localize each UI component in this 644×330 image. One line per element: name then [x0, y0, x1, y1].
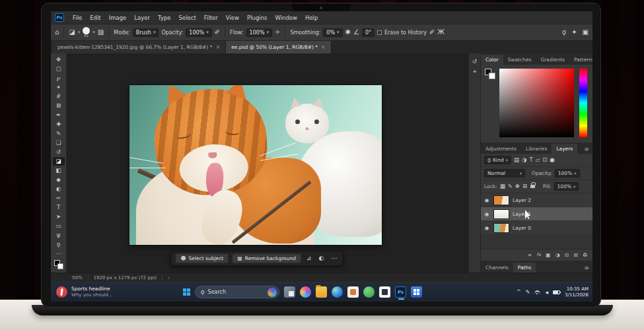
filter-shape-layers-icon[interactable]: ▱ [536, 157, 540, 163]
menu-filter[interactable]: Filter [201, 13, 221, 22]
comments-panel-icon[interactable]: ❝ [473, 70, 476, 76]
pressure-opacity-icon[interactable]: ✐ [215, 29, 220, 36]
tab-ee-psd[interactable]: ee.psd @ 50% (Layer 1, RGB/8#) * × [226, 41, 332, 53]
volume-icon[interactable]: ◀ [545, 290, 548, 294]
menu-layer[interactable]: Layer [131, 13, 153, 22]
layer-filter-dropdown[interactable]: ϙ Kind ▾ [484, 156, 511, 164]
history-brush-tool[interactable]: ↺ [53, 148, 65, 156]
move-tool[interactable]: ✥ [53, 55, 65, 64]
brush-tool[interactable]: ✎ [53, 129, 65, 138]
lock-paint-icon[interactable]: ✎ [508, 183, 513, 189]
flow-dropdown[interactable]: 100% ▾ [246, 28, 272, 37]
canvas-area[interactable]: ☻ Select subject ▦ Remove background ⊿ ◐… [67, 53, 468, 273]
adjustment-layer-icon[interactable]: ◑ [555, 253, 559, 258]
taskbar-clock[interactable]: 10:35 AM 3/11/2026 [565, 286, 589, 298]
app-icon-blue[interactable] [411, 286, 422, 298]
lock-all-icon[interactable] [530, 185, 535, 188]
dodge-tool[interactable]: ◐ [53, 185, 65, 193]
menu-image[interactable]: Image [106, 13, 130, 22]
pen-tool[interactable]: ✑ [53, 194, 65, 203]
photos-app-icon[interactable] [300, 286, 311, 298]
filter-toggle-icon[interactable]: ● [550, 157, 554, 163]
tab-libraries[interactable]: Libraries [521, 144, 552, 154]
filter-type-layers-icon[interactable]: T [529, 157, 532, 163]
workspace-switcher-icon[interactable]: ▣ [583, 29, 589, 36]
paint-symmetry-icon[interactable]: Ж [437, 29, 445, 36]
tab-patterns[interactable]: Patterns [569, 55, 592, 65]
status-chevron-icon[interactable]: › [168, 275, 170, 280]
layer-style-icon[interactable]: fx [536, 253, 541, 257]
tab-swatches[interactable]: Swatches [503, 55, 536, 65]
saturation-brightness-field[interactable] [499, 69, 574, 137]
menu-select[interactable]: Select [176, 13, 199, 22]
stylus-icon[interactable]: ✎ [526, 290, 530, 295]
smoothing-dropdown[interactable]: 0% ▾ [323, 28, 342, 37]
edit-toolbar-icon[interactable]: ⋯ [53, 249, 65, 258]
menu-help[interactable]: Help [302, 13, 321, 22]
adjustment-icon[interactable]: ◐ [317, 255, 326, 261]
close-icon[interactable]: × [215, 44, 220, 50]
smoothing-gear-icon[interactable]: ✱ [345, 29, 351, 36]
quick-selection-tool[interactable]: ✦ [53, 83, 65, 92]
brush-angle-field[interactable]: 0° [362, 28, 375, 37]
lock-artboard-icon[interactable]: ⊞ [522, 183, 527, 189]
search-icon[interactable]: ϙ [562, 29, 566, 36]
zoom-level[interactable]: 50% [72, 275, 83, 280]
link-layers-icon[interactable]: ∞ [528, 253, 532, 258]
filter-pixel-layers-icon[interactable]: ▤ [514, 157, 519, 163]
layer-row-0[interactable]: ◉ Layer 0 [481, 221, 592, 235]
tab-channels[interactable]: Channels [481, 263, 513, 273]
photoshop-taskbar-icon[interactable]: Ps [395, 286, 406, 298]
foreground-background-swatch[interactable] [54, 260, 63, 269]
panel-menu-icon[interactable]: ≡ [581, 265, 592, 273]
transform-icon[interactable]: ⊿ [304, 255, 314, 261]
layer-visibility-icon[interactable]: ◉ [483, 197, 490, 203]
more-options-icon[interactable]: ⋯ [329, 255, 339, 261]
layer-opacity-dropdown[interactable]: 100% ▾ [555, 169, 580, 178]
edge-browser-icon[interactable] [332, 286, 343, 298]
start-button[interactable] [183, 288, 190, 296]
layer-visibility-icon[interactable]: ◉ [483, 225, 490, 231]
app-icon-green[interactable] [363, 286, 375, 298]
layer-name[interactable]: Layer 0 [513, 225, 531, 231]
menu-file[interactable]: File [69, 13, 85, 22]
tab-layers[interactable]: Layers [552, 144, 577, 154]
layer-thumbnail[interactable] [493, 209, 509, 219]
app-icon-white[interactable] [347, 286, 359, 298]
layer-row-2[interactable]: ◉ Layer 2 [481, 193, 592, 207]
lasso-tool[interactable]: ℘ [53, 74, 65, 82]
layer-thumbnail[interactable] [493, 223, 509, 233]
battery-icon[interactable] [553, 290, 560, 294]
frame-tool[interactable]: ⊠ [53, 102, 65, 110]
tab-paths[interactable]: Paths [513, 263, 536, 273]
tab-adjustments[interactable]: Adjustments [481, 144, 521, 154]
new-group-icon[interactable]: ⊟ [564, 253, 569, 258]
brush-preset-picker[interactable]: 61 [83, 27, 90, 38]
mode-dropdown[interactable]: Brush ▾ [133, 28, 159, 37]
menu-edit[interactable]: Edit [87, 13, 104, 22]
hue-slider[interactable] [579, 69, 587, 137]
select-subject-button[interactable]: ☻ Select subject [175, 253, 229, 263]
file-explorer-icon[interactable] [316, 286, 327, 298]
discover-icon[interactable]: ✦ [571, 29, 577, 36]
filter-smart-objects-icon[interactable]: ⊡ [542, 157, 547, 163]
layer-row-1[interactable]: ◉ Layer 1 [481, 207, 592, 221]
layer-name[interactable]: Layer 2 [513, 197, 531, 203]
layer-thumbnail[interactable] [493, 195, 509, 205]
menu-view[interactable]: View [223, 13, 242, 22]
zoom-tool[interactable]: ϙ [53, 240, 65, 249]
eraser-tool[interactable]: ◪ [53, 157, 65, 166]
path-selection-tool[interactable]: ➤ [53, 213, 65, 221]
fill-dropdown[interactable]: 100% ▾ [554, 182, 579, 191]
home-icon[interactable]: ⌂ [55, 29, 59, 36]
widgets-button[interactable]: Sports headline Why you should... [56, 286, 113, 298]
brush-panel-toggle-icon[interactable]: ▨ [98, 29, 104, 36]
marquee-tool[interactable]: ▢ [53, 65, 65, 73]
type-tool[interactable]: T [53, 203, 65, 212]
new-layer-icon[interactable]: ⊞ [573, 253, 578, 258]
panel-menu-icon[interactable]: ≡ [581, 146, 592, 154]
eyedropper-tool[interactable]: ✒ [53, 111, 65, 119]
gradient-tool[interactable]: ◧ [53, 166, 65, 175]
hand-tool[interactable]: ψ [53, 231, 65, 240]
delete-layer-icon[interactable]: ♻ [583, 253, 587, 258]
